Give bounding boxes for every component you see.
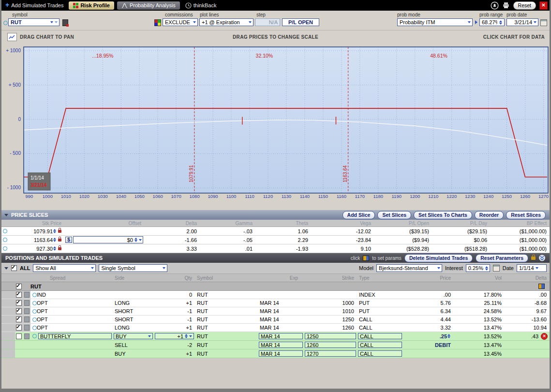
spinner-icon [499, 20, 502, 25]
svg-text:0: 0 [18, 117, 21, 122]
type-select[interactable]: CALL [358, 333, 402, 339]
collapse-icon[interactable] [4, 267, 8, 270]
col-stk-price: Stk Price [8, 220, 64, 226]
sim-trade-row: BUTTERFLY BUY +1 RUT MAR 14 1250 CALL .2… [1, 332, 550, 341]
collapse-icon[interactable] [4, 214, 8, 216]
commissions-select[interactable]: EXCLUDE [163, 18, 198, 26]
row-lock-box[interactable] [24, 317, 30, 322]
model-select[interactable]: Bjerksund-Stensland [376, 264, 442, 272]
exp-select[interactable]: MAR 14 [259, 333, 303, 339]
svg-text:1080: 1080 [190, 194, 200, 199]
prob-mode-select[interactable]: Probability ITM [397, 18, 473, 26]
offset-dollar-button[interactable]: $ [65, 237, 72, 243]
svg-text:1090: 1090 [208, 194, 218, 199]
symbol-link-icon[interactable] [3, 21, 8, 25]
row-checkbox[interactable] [16, 325, 22, 331]
row-checkbox[interactable] [16, 300, 22, 306]
price-stepper[interactable] [447, 334, 450, 338]
copy-symbol-icon[interactable] [62, 19, 68, 26]
row-checkbox[interactable] [16, 308, 22, 314]
row-lock-box[interactable] [24, 300, 30, 306]
plot-lines-select[interactable]: +1 @ Expiration [199, 18, 253, 26]
date-select[interactable]: 1/1/14 [517, 264, 547, 272]
row-checkbox[interactable] [16, 333, 22, 339]
show-all-select[interactable]: Show All [33, 264, 96, 272]
prob-date-select[interactable]: 3/21/14 [506, 18, 538, 26]
chevron-down-icon [148, 335, 151, 337]
exp-select[interactable]: MAR 14 [259, 350, 303, 357]
strike-select[interactable]: 1270 [305, 350, 356, 357]
side-select[interactable]: BUY [114, 333, 153, 339]
reset-parameters-button[interactable]: Reset Parameters [476, 254, 528, 262]
exp-select[interactable]: MAR 14 [259, 342, 303, 348]
row-checkbox[interactable] [16, 317, 22, 322]
prob-mode-label: prob mode [397, 12, 420, 17]
set-params-icon[interactable] [363, 256, 369, 261]
bell-icon[interactable] [491, 1, 499, 10]
strike-select[interactable]: 1260 [305, 342, 356, 348]
reset-slices-button[interactable]: Reset Slices [506, 211, 546, 219]
spread-select[interactable]: BUTTERFLY [38, 333, 112, 339]
chart-mode-button[interactable] [7, 33, 17, 41]
row-lock-box[interactable] [24, 325, 30, 331]
interest-stepper[interactable]: 0.25% [466, 264, 490, 272]
svg-text:1260: 1260 [520, 194, 530, 199]
prob-range-stepper[interactable]: 68.27% [479, 18, 505, 26]
calendar-icon[interactable] [540, 19, 547, 26]
calendar-icon[interactable] [493, 265, 500, 271]
delete-simulated-trades-button[interactable]: Delete Simulated Trades [404, 254, 473, 262]
delete-leg-button[interactable] [541, 333, 548, 340]
lock-icon[interactable] [58, 239, 61, 241]
type-select[interactable]: CALL [358, 342, 402, 348]
chevron-down-icon [536, 267, 538, 269]
svg-text:+ 500: + 500 [9, 82, 21, 88]
row-checkbox[interactable] [16, 292, 22, 298]
offset-input[interactable]: $0 [73, 236, 143, 243]
reset-button[interactable]: Reset [513, 1, 536, 10]
symbol-select[interactable]: RUT [8, 18, 60, 26]
group-checkbox[interactable] [16, 284, 22, 289]
settings-toolbar: symbol RUT commissions EXCLUDE plot line… [1, 11, 550, 30]
positions-filter-row: ALL Show All Single Symbol Model Bjerksu… [1, 263, 550, 274]
set-params-icon[interactable] [538, 284, 545, 289]
lock-icon[interactable] [58, 247, 61, 250]
printer-icon[interactable] [502, 2, 510, 9]
symbol-group-row[interactable]: RUT [1, 282, 550, 291]
lock-icon[interactable] [531, 256, 536, 260]
lock-icon[interactable] [58, 230, 61, 233]
row-lock-box[interactable] [24, 308, 30, 314]
click-chart-hint: CLICK CHART FOR DATA [483, 34, 545, 40]
all-checkbox[interactable] [11, 265, 17, 271]
positions-title: POSITIONS AND SIMULATED TRADES [5, 255, 103, 261]
qty-stepper[interactable]: +1 [155, 333, 194, 339]
row-lock-box[interactable] [24, 292, 30, 298]
pl-open-button[interactable]: P/L OPEN [282, 18, 319, 26]
svg-text:1190: 1190 [392, 194, 402, 199]
set-slices-to-charts-button[interactable]: Set Slices To Charts [414, 211, 472, 219]
close-icon[interactable] [539, 1, 548, 10]
svg-text:1010: 1010 [61, 194, 71, 199]
row-lock-box[interactable] [24, 333, 30, 339]
tab-thinkback[interactable]: thinkBack [181, 0, 221, 11]
tab-add-simulated-trades[interactable]: Add Simulated Trades [1, 0, 67, 11]
commissions-grid-icon[interactable] [154, 19, 161, 26]
svg-text:1140: 1140 [300, 194, 310, 199]
set-slices-button[interactable]: Set Slices [377, 211, 411, 219]
slice-row: 1163.64 $ $0 -1.66 -.05 2.29 -23.84 ($9.… [1, 236, 550, 244]
chart-line-icon [9, 35, 15, 40]
strike-select[interactable]: 1250 [305, 333, 356, 339]
step-field[interactable]: N/A [255, 18, 280, 26]
single-symbol-select[interactable]: Single Symbol [99, 264, 167, 272]
commissions-label: commissions [165, 12, 193, 17]
price-stepper[interactable] [53, 238, 56, 242]
reorder-button[interactable]: Reorder [475, 211, 504, 219]
tab-probability-analysis[interactable]: Probability Analysis [117, 1, 180, 10]
price-stepper[interactable] [53, 246, 56, 251]
price-stepper[interactable] [53, 229, 56, 233]
risk-profile-chart[interactable]: 1079.911163.64...18.95%32.10%48.61%+ 100… [1, 43, 551, 203]
tab-risk-profile[interactable]: Risk Profile [69, 1, 114, 10]
expand-right-icon[interactable] [475, 20, 477, 24]
add-slice-button[interactable]: Add Slice [343, 211, 375, 219]
double-chevron-down-icon[interactable] [538, 255, 546, 261]
type-select[interactable]: CALL [358, 350, 402, 357]
